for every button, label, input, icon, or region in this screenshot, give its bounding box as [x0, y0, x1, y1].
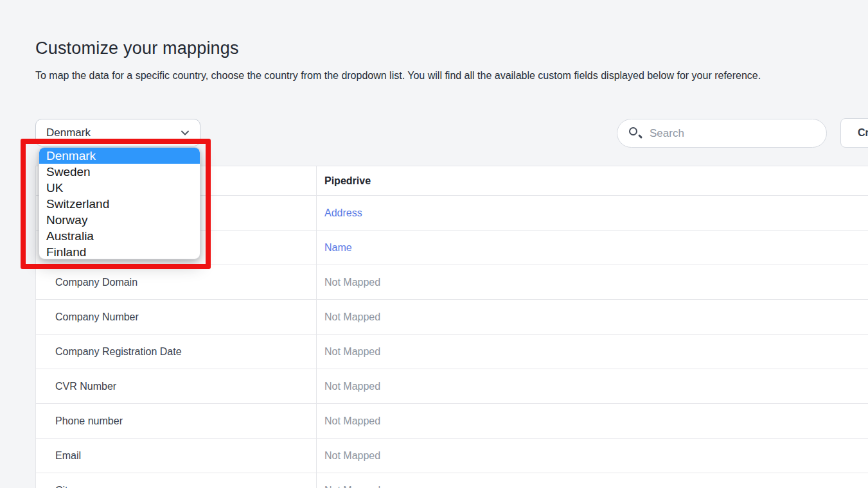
table-row: Company Domain Not Mapped — [36, 265, 868, 300]
country-select[interactable]: Denmark — [35, 119, 200, 146]
dropdown-option-sweden[interactable]: Sweden — [39, 164, 200, 180]
table-row: Email Not Mapped — [36, 439, 868, 473]
field-label: Company Registration Date — [36, 335, 317, 369]
table-row: CVR Number Not Mapped — [36, 369, 868, 404]
dropdown-option-finland[interactable]: Finland — [39, 244, 200, 259]
field-label: Email — [36, 439, 317, 473]
dropdown-option-switzerland[interactable]: Switzerland — [39, 196, 200, 212]
mapping-value[interactable]: Not Mapped — [317, 369, 868, 403]
mapping-value[interactable]: Not Mapped — [317, 300, 868, 334]
mapping-value-link[interactable]: Name — [317, 231, 868, 265]
table-row: Phone number Not Mapped — [36, 404, 868, 439]
mapping-value-link[interactable]: Address — [317, 196, 868, 230]
table-row: City Not Mapped — [36, 473, 868, 488]
mapping-value[interactable]: Not Mapped — [317, 335, 868, 369]
mapping-value[interactable]: Not Mapped — [317, 439, 868, 473]
create-button[interactable]: Cr — [840, 118, 868, 148]
field-label: Company Number — [36, 300, 317, 334]
search-input[interactable] — [650, 127, 817, 140]
mapping-value[interactable]: Not Mapped — [317, 265, 868, 299]
country-select-value: Denmark — [46, 126, 91, 139]
mapping-value[interactable]: Not Mapped — [317, 404, 868, 438]
page-subtitle: To map the data for a specific country, … — [35, 70, 761, 82]
dropdown-option-uk[interactable]: UK — [39, 180, 200, 196]
search-box[interactable] — [617, 119, 827, 148]
mapping-value[interactable]: Not Mapped — [317, 473, 868, 488]
page-title: Customize your mappings — [35, 39, 239, 58]
chevron-down-icon — [181, 128, 190, 137]
field-label: Phone number — [36, 404, 317, 438]
pipedrive-column-header: Pipedrive — [317, 166, 868, 195]
field-label: City — [36, 473, 317, 488]
field-label: CVR Number — [36, 369, 317, 403]
field-label: Company Domain — [36, 265, 317, 299]
table-row: Company Registration Date Not Mapped — [36, 335, 868, 369]
table-row: Company Number Not Mapped — [36, 300, 868, 335]
dropdown-option-norway[interactable]: Norway — [39, 212, 200, 228]
dropdown-option-australia[interactable]: Australia — [39, 228, 200, 244]
country-dropdown-popup: Denmark Sweden UK Switzerland Norway Aus… — [39, 147, 200, 259]
search-icon — [629, 127, 642, 140]
dropdown-option-denmark[interactable]: Denmark — [39, 148, 200, 164]
